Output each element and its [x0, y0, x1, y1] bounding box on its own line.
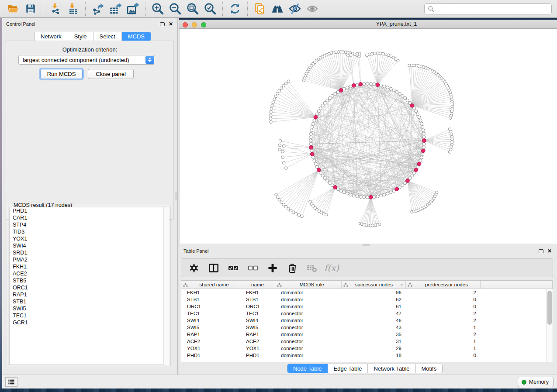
network-leaf-node[interactable] — [378, 223, 381, 226]
network-leaf-node[interactable] — [284, 167, 287, 170]
network-leaf-node[interactable] — [282, 162, 285, 165]
network-node[interactable] — [331, 94, 334, 97]
network-node[interactable] — [366, 83, 369, 86]
network-node[interactable] — [326, 179, 329, 182]
mcds-hub-node[interactable] — [339, 89, 343, 93]
network-node[interactable] — [356, 83, 359, 86]
network-node[interactable] — [422, 132, 426, 135]
network-leaf-node[interactable] — [270, 120, 273, 124]
network-node[interactable] — [334, 93, 337, 96]
splitter-grip[interactable] — [363, 244, 370, 246]
network-node[interactable] — [310, 129, 313, 132]
table-vertical-scrollbar[interactable] — [546, 289, 553, 362]
network-leaf-node[interactable] — [289, 209, 292, 212]
network-leaf-node[interactable] — [356, 52, 359, 55]
table-settings-gear-icon[interactable] — [187, 261, 201, 275]
network-leaf-node[interactable] — [275, 193, 278, 196]
network-node[interactable] — [398, 93, 401, 96]
network-node[interactable] — [418, 116, 421, 119]
mcds-result-item[interactable]: STB1 — [10, 298, 169, 305]
network-from-selection-icon[interactable] — [253, 1, 267, 16]
import-network-icon[interactable] — [48, 1, 63, 16]
tab-network[interactable]: Network — [35, 32, 68, 41]
network-node[interactable] — [349, 193, 352, 196]
network-node[interactable] — [309, 132, 312, 135]
network-leaf-node[interactable] — [302, 79, 305, 82]
network-node[interactable] — [339, 189, 343, 193]
deselect-all-rows-icon[interactable] — [246, 261, 259, 275]
network-node[interactable] — [420, 122, 423, 125]
network-node[interactable] — [323, 101, 326, 104]
mcds-hub-node[interactable] — [406, 179, 410, 183]
splitter-grip[interactable] — [175, 193, 178, 200]
network-node[interactable] — [389, 87, 392, 90]
network-node[interactable] — [319, 107, 322, 110]
mcds-result-item[interactable]: FKH1 — [10, 263, 169, 270]
network-leaf-node[interactable] — [287, 80, 290, 83]
tab-edge-table[interactable]: Edge Table — [328, 364, 368, 373]
network-leaf-node[interactable] — [366, 54, 369, 57]
global-search-box[interactable] — [424, 3, 552, 14]
network-leaf-node[interactable] — [408, 64, 411, 67]
fit-selected-icon[interactable] — [203, 1, 218, 16]
network-node[interactable] — [395, 90, 398, 93]
network-node[interactable] — [416, 113, 419, 116]
network-leaf-node[interactable] — [448, 128, 451, 131]
tab-style[interactable]: Style — [68, 32, 93, 41]
network-leaf-node[interactable] — [270, 110, 273, 113]
tab-motifs[interactable]: Motifs — [416, 364, 443, 373]
network-node[interactable] — [420, 156, 423, 159]
zoom-out-icon[interactable] — [168, 1, 183, 16]
horizontal-splitter[interactable] — [179, 244, 557, 247]
network-node[interactable] — [346, 192, 349, 195]
sort-chevron-down-icon[interactable]: ⌄ — [400, 281, 404, 287]
table-row[interactable]: YOX1YOX1connector291 — [181, 345, 553, 352]
network-node[interactable] — [323, 177, 326, 180]
network-node[interactable] — [386, 86, 389, 89]
network-node[interactable] — [380, 194, 383, 197]
save-session-icon[interactable] — [23, 1, 38, 16]
export-network-icon[interactable] — [90, 1, 105, 16]
column-header-successor-nodes[interactable]: successor nodes⌄ — [342, 281, 406, 289]
close-panel-button[interactable]: Close panel — [88, 69, 134, 79]
network-leaf-node[interactable] — [292, 211, 295, 214]
network-node[interactable] — [313, 159, 316, 162]
mcds-hub-node[interactable] — [410, 104, 414, 108]
mcds-hub-node[interactable] — [417, 162, 421, 166]
export-image-icon[interactable] — [125, 1, 140, 16]
mcds-hub-node[interactable] — [317, 168, 321, 172]
network-node[interactable] — [415, 110, 418, 113]
run-mcds-button[interactable]: Run MCDS — [40, 69, 83, 79]
mcds-list-scrollbar[interactable] — [163, 207, 169, 365]
show-panels-list-icon[interactable] — [5, 377, 17, 387]
mcds-hub-node[interactable] — [414, 168, 418, 172]
network-leaf-node[interactable] — [276, 92, 279, 95]
network-node[interactable] — [383, 193, 386, 196]
network-leaf-node[interactable] — [384, 53, 387, 56]
table-row[interactable]: ACE2ACE2connector311 — [181, 338, 553, 345]
memory-button[interactable]: Memory — [518, 377, 554, 387]
column-header-predecessor-nodes[interactable]: predecessor nodes — [406, 281, 481, 289]
search-input[interactable] — [436, 5, 551, 14]
network-node[interactable] — [317, 110, 320, 113]
search-all-icon[interactable] — [270, 1, 285, 16]
hide-selected-icon[interactable] — [287, 1, 302, 16]
network-node[interactable] — [373, 83, 376, 86]
column-header-shared-name[interactable]: shared name — [181, 281, 240, 289]
mcds-hub-node[interactable] — [422, 139, 426, 143]
network-node[interactable] — [386, 192, 389, 195]
network-node[interactable] — [383, 85, 386, 88]
mcds-result-item[interactable]: STP4 — [10, 221, 169, 228]
network-leaf-node[interactable] — [269, 114, 272, 117]
network-leaf-node[interactable] — [349, 54, 352, 57]
tab-select[interactable]: Select — [93, 32, 122, 41]
network-leaf-node[interactable] — [376, 52, 379, 55]
network-leaf-node[interactable] — [278, 89, 281, 93]
refresh-icon[interactable] — [228, 1, 242, 16]
column-header-MCDS-role[interactable]: MCDS role — [275, 281, 342, 289]
float-panel-icon[interactable] — [160, 22, 165, 26]
network-node[interactable] — [311, 156, 315, 159]
network-leaf-node[interactable] — [281, 156, 284, 159]
network-node[interactable] — [369, 83, 372, 86]
network-leaf-node[interactable] — [295, 212, 298, 215]
